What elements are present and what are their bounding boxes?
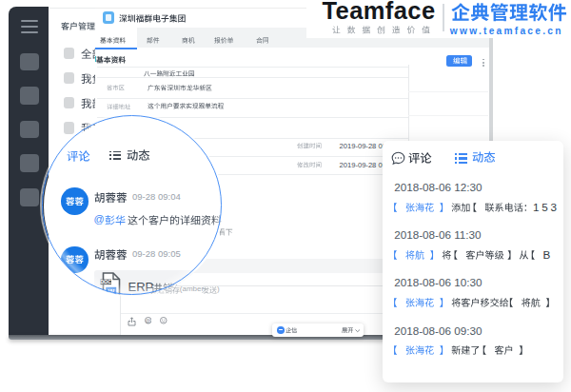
svg-text:@: @ [146,318,150,323]
